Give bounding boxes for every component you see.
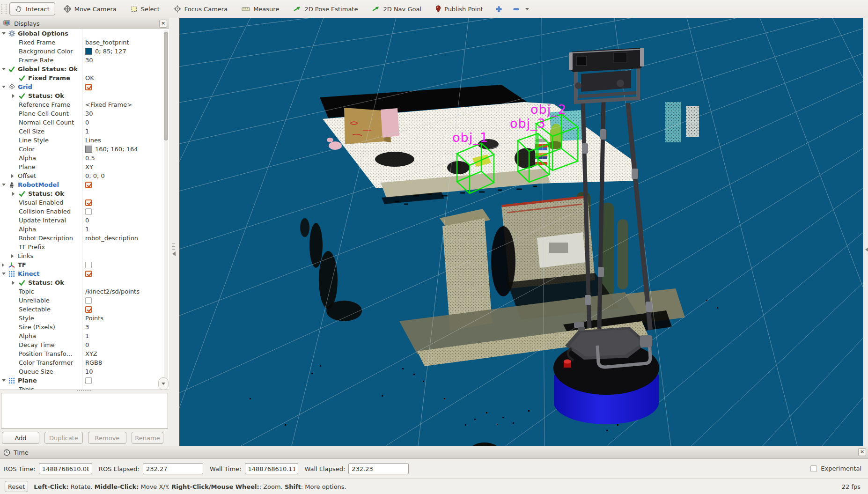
tree-row-status-ok[interactable]: Status: Ok <box>0 278 169 287</box>
checkbox-off[interactable] <box>85 208 92 215</box>
collapse-right-dock-icon[interactable] <box>865 247 868 252</box>
tree-row-update-interval[interactable]: Update Interval0 <box>0 216 169 225</box>
tree-row-plane-cell-count[interactable]: Plane Cell Count30 <box>0 109 169 118</box>
collapse-left-dock-icon[interactable] <box>172 251 176 256</box>
tree-row-global-options[interactable]: Global Options <box>0 29 169 38</box>
tree-row-plane[interactable]: PlaneXY <box>0 162 169 171</box>
expander-right-icon[interactable] <box>12 281 19 285</box>
cloud-icon <box>8 271 18 277</box>
tree-row-alpha[interactable]: Alpha1 <box>0 332 169 340</box>
close-icon[interactable]: × <box>858 448 866 456</box>
tree-row-topic[interactable]: Topic <box>0 385 169 390</box>
tree-row-plane[interactable]: Plane <box>0 376 169 385</box>
tool-label: Publish Point <box>444 6 483 13</box>
tree-row-kinect[interactable]: Kinect <box>0 269 169 278</box>
checkbox-on[interactable] <box>85 84 92 90</box>
tree-row-selectable[interactable]: Selectable <box>0 305 169 314</box>
expander-right-icon[interactable] <box>2 263 8 267</box>
tool-move-camera[interactable]: Move Camera <box>58 2 122 15</box>
tree-row-links[interactable]: Links <box>0 251 169 260</box>
tree-row-fixed-frame[interactable]: Fixed FrameOK <box>0 74 169 82</box>
tree-row-frame-rate[interactable]: Frame Rate30 <box>0 56 169 65</box>
expander-down-icon[interactable] <box>2 184 8 186</box>
tree-row-normal-cell-count[interactable]: Normal Cell Count0 <box>0 118 169 127</box>
tree-row-color-transformer[interactable]: Color TransformerRGB8 <box>0 358 169 367</box>
expander-right-icon[interactable] <box>12 192 19 196</box>
add-button[interactable]: Add <box>2 432 39 444</box>
tree-row-status-ok[interactable]: Status: Ok <box>0 91 169 100</box>
tree-row-tf-prefix[interactable]: TF Prefix <box>0 243 169 251</box>
tree-row-status-ok[interactable]: Status: Ok <box>0 189 169 198</box>
tree-row-robot-description[interactable]: Robot Descriptionrobot_description <box>0 234 169 243</box>
tree-cell-name: Selectable <box>0 305 82 314</box>
tool-2d-nav-goal[interactable]: 2D Nav Goal <box>366 2 427 15</box>
checkbox-on[interactable] <box>85 306 92 313</box>
tree-row-decay-time[interactable]: Decay Time0 <box>0 340 169 349</box>
left-dock-splitter[interactable] <box>169 18 179 446</box>
tree-label: Kinect <box>18 270 40 277</box>
chevron-down-icon[interactable] <box>525 8 529 10</box>
remove-tool-button[interactable] <box>509 3 533 15</box>
tree-row-tf[interactable]: TF <box>0 260 169 269</box>
tree-row-offset[interactable]: Offset0; 0; 0 <box>0 171 169 180</box>
time-field-input-ros-time[interactable] <box>39 463 92 474</box>
expander-right-icon[interactable] <box>11 174 18 178</box>
time-field-input-wall-elapsed[interactable] <box>348 463 409 474</box>
right-dock-splitter[interactable] <box>863 18 868 446</box>
tree-scrollbar[interactable] <box>164 30 168 389</box>
tree-row-global-status-ok[interactable]: Global Status: Ok <box>0 65 169 74</box>
tree-row-size-pixels[interactable]: Size (Pixels)3 <box>0 323 169 332</box>
close-icon[interactable]: × <box>159 20 167 28</box>
tree-scrollbar-thumb[interactable] <box>164 32 168 140</box>
expander-down-icon[interactable] <box>2 273 8 275</box>
tree-row-alpha[interactable]: Alpha0.5 <box>0 154 169 162</box>
expander-right-icon[interactable] <box>11 254 18 258</box>
tree-row-fixed-frame[interactable]: Fixed Framebase_footprint <box>0 38 169 47</box>
time-field-input-wall-time[interactable] <box>245 463 298 474</box>
tree-row-robotmodel[interactable]: RobotModel <box>0 180 169 189</box>
tree-row-background-color[interactable]: Background Color0; 85; 127 <box>0 47 169 56</box>
toolbar-grip[interactable] <box>1 4 7 14</box>
tree-label: Plane Cell Count <box>19 110 69 117</box>
tree-row-topic[interactable]: Topic/kinect2/sd/points <box>0 287 169 296</box>
expander-down-icon[interactable] <box>2 379 8 382</box>
add-tool-button[interactable] <box>492 3 506 15</box>
experimental-checkbox[interactable] <box>810 465 817 472</box>
tree-row-collision-enabled[interactable]: Collision Enabled <box>0 207 169 216</box>
tool-select[interactable]: Select <box>125 3 165 15</box>
tree-row-cell-size[interactable]: Cell Size1 <box>0 127 169 136</box>
tree-row-style[interactable]: StylePoints <box>0 314 169 323</box>
tree-row-color[interactable]: Color160; 160; 164 <box>0 145 169 154</box>
tree-label: Alpha <box>19 226 36 233</box>
checkbox-off[interactable] <box>85 262 92 268</box>
tool-2d-pose-estimate[interactable]: 2D Pose Estimate <box>287 2 363 15</box>
checkbox-on[interactable] <box>85 182 92 188</box>
tree-row-unreliable[interactable]: Unreliable <box>0 296 169 305</box>
tree-row-grid[interactable]: Grid <box>0 82 169 91</box>
checkbox-off[interactable] <box>85 377 92 384</box>
tool-measure[interactable]: Measure <box>236 2 285 15</box>
help-text-segment: : Zoom. <box>259 483 285 490</box>
tree-row-alpha[interactable]: Alpha1 <box>0 225 169 234</box>
tool-publish-point[interactable]: Publish Point <box>430 2 489 15</box>
checkbox-on[interactable] <box>85 199 92 206</box>
reset-button[interactable]: Reset <box>5 481 28 492</box>
expander-down-icon[interactable] <box>2 86 8 88</box>
tool-interact[interactable]: Interact <box>9 2 55 15</box>
tree-scroll-down-button[interactable] <box>158 377 169 390</box>
tree-row-visual-enabled[interactable]: Visual Enabled <box>0 198 169 207</box>
expander-down-icon[interactable] <box>2 32 8 35</box>
tree-row-reference-frame[interactable]: Reference Frame<Fixed Frame> <box>0 100 169 109</box>
tree-row-position-transfo[interactable]: Position Transfo…XYZ <box>0 349 169 358</box>
color-swatch <box>85 48 92 55</box>
expander-right-icon[interactable] <box>12 94 19 98</box>
checkbox-off[interactable] <box>85 297 92 304</box>
tree-cell-value: 3 <box>82 323 169 332</box>
checkbox-on[interactable] <box>85 271 92 277</box>
tree-row-queue-size[interactable]: Queue Size10 <box>0 367 169 376</box>
expander-down-icon[interactable] <box>2 68 8 70</box>
time-field-input-ros-elapsed[interactable] <box>143 463 203 474</box>
tree-row-line-style[interactable]: Line StyleLines <box>0 136 169 145</box>
3d-viewport[interactable]: obj_1obj_2obj_3 <box>179 18 863 446</box>
tool-focus-camera[interactable]: Focus Camera <box>168 2 233 15</box>
